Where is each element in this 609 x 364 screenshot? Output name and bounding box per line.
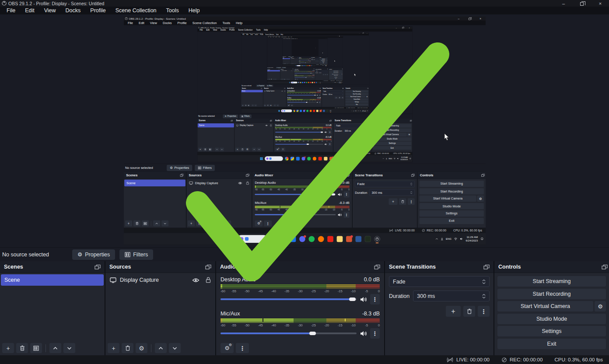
controls-panel: Controls Start Streaming Start Recording… bbox=[319, 57, 327, 64]
source-properties-button[interactable]: ⚙ bbox=[136, 343, 147, 353]
download-icon bbox=[385, 158, 387, 160]
scene-transitions-title: Scene Transitions bbox=[315, 69, 321, 70]
scenes-toolbar: + bbox=[242, 104, 257, 106]
scene-move-down-button[interactable] bbox=[63, 343, 75, 353]
settings-button: Settings bbox=[373, 142, 412, 145]
channel-menu-button[interactable]: ⋮ bbox=[370, 294, 380, 304]
duration-spinbox[interactable]: 300 ms bbox=[413, 290, 490, 301]
channel-menu-button[interactable]: ⋮ bbox=[370, 328, 380, 339]
sources-panel-header[interactable]: Sources bbox=[105, 261, 215, 273]
slider-handle[interactable] bbox=[309, 332, 316, 335]
menu-edit[interactable]: Edit bbox=[20, 7, 39, 14]
mixer-menu-button[interactable]: ⋮ bbox=[236, 343, 249, 353]
menu-view[interactable]: View bbox=[39, 7, 61, 14]
display-capture-icon bbox=[236, 124, 238, 126]
start-streaming-button[interactable]: Start Streaming bbox=[497, 276, 606, 287]
source-move-down-button[interactable] bbox=[169, 343, 181, 353]
volume-slider[interactable] bbox=[220, 298, 357, 300]
audio-mixer-header[interactable]: Audio Mixer bbox=[216, 261, 384, 273]
audio-mixer-title: Audio Mixer bbox=[287, 88, 294, 89]
trash-icon bbox=[467, 308, 472, 314]
add-transition-button[interactable]: + bbox=[446, 306, 461, 317]
remove-scene-button bbox=[133, 220, 140, 227]
scene-transitions-header[interactable]: Scene Transitions bbox=[385, 261, 494, 273]
advanced-audio-button[interactable]: ⚙⚙ bbox=[220, 343, 234, 353]
menu-file[interactable]: File bbox=[2, 7, 20, 14]
speaker-icon bbox=[312, 77, 313, 78]
preview-canvas: OBS 29.1.2 - Profile: Display - Scenes: … bbox=[124, 25, 486, 164]
meter-tick-label: -25 bbox=[311, 323, 316, 327]
transition-menu-button: ⋮ bbox=[327, 74, 328, 75]
preview-video bbox=[292, 39, 318, 56]
remove-source-button[interactable] bbox=[122, 343, 133, 353]
minimize-button[interactable]: – bbox=[561, 1, 566, 6]
start-virtual-camera-button[interactable]: Start Virtual Camera bbox=[497, 301, 593, 312]
volume-meter bbox=[220, 318, 380, 323]
meter-tick-label: -35 bbox=[304, 62, 304, 62]
spin-chevrons-icon[interactable] bbox=[482, 294, 486, 298]
properties-button[interactable]: ⚙ Properties bbox=[72, 249, 115, 260]
channel-name: Desktop Audio bbox=[220, 276, 256, 283]
scene-move-up-button[interactable] bbox=[49, 343, 61, 353]
popout-icon[interactable] bbox=[374, 264, 380, 270]
add-scene-button[interactable]: + bbox=[2, 343, 14, 353]
studio-mode-button[interactable]: Studio Mode bbox=[497, 314, 606, 324]
meter-tick-label: -20 bbox=[324, 289, 329, 293]
remove-transition-button[interactable] bbox=[463, 306, 475, 317]
transition-select[interactable]: Fade bbox=[389, 276, 490, 287]
menu-docks[interactable]: Docks bbox=[61, 7, 86, 14]
system-tray: ENG 11:29 AM 6/24/2023 bbox=[332, 81, 343, 84]
exit-button[interactable]: Exit bbox=[497, 339, 606, 349]
menu-tools[interactable]: Tools bbox=[161, 7, 184, 14]
source-move-up-button[interactable] bbox=[155, 343, 167, 353]
scene-list-item[interactable]: Scene bbox=[1, 274, 104, 286]
display-capture-icon bbox=[189, 181, 193, 185]
scene-filters-button[interactable] bbox=[30, 343, 42, 353]
menu-help[interactable]: Help bbox=[184, 7, 205, 14]
channel-level-db: 0.0 dB bbox=[364, 276, 380, 283]
taskbar-search bbox=[291, 82, 298, 84]
popout-icon[interactable] bbox=[602, 264, 608, 270]
virtual-camera-config-button[interactable]: ⚙ bbox=[595, 301, 606, 312]
slider-handle[interactable] bbox=[349, 298, 356, 301]
restore-button[interactable] bbox=[579, 1, 584, 6]
lock-icon[interactable] bbox=[206, 277, 211, 283]
source-status-text: No source selected bbox=[267, 67, 276, 68]
audio-mixer-title: Audio Mixer bbox=[294, 69, 298, 70]
close-button[interactable]: × bbox=[598, 1, 603, 6]
add-source-button: + bbox=[280, 79, 282, 80]
meter-scale: -60-55-50-45-40-35-30-25-20-15-10-50 bbox=[255, 189, 349, 191]
trash-icon bbox=[339, 97, 340, 98]
source-status-text: No source selected bbox=[124, 166, 167, 169]
menu-scene-collection[interactable]: Scene Collection bbox=[111, 7, 161, 14]
menu-edit: Edit bbox=[204, 29, 211, 32]
meter-tick-label: -55 bbox=[290, 93, 290, 94]
mouse-cursor bbox=[388, 96, 391, 101]
controls-header[interactable]: Controls bbox=[494, 261, 609, 273]
chevron-up-icon bbox=[287, 63, 287, 64]
speaker-icon[interactable] bbox=[360, 331, 368, 336]
scenes-panel-header[interactable]: Scenes bbox=[0, 261, 105, 273]
meter-tick-label: -30 bbox=[301, 189, 303, 191]
volume-slider[interactable] bbox=[220, 332, 357, 334]
popout-icon[interactable] bbox=[94, 264, 101, 270]
popout-icon[interactable] bbox=[205, 264, 211, 270]
menu-profile[interactable]: Profile bbox=[85, 7, 110, 14]
filters-button[interactable]: Filters bbox=[119, 249, 153, 260]
transition-select: Fade bbox=[315, 70, 328, 72]
start-recording-button[interactable]: Start Recording bbox=[497, 289, 606, 299]
remove-scene-button bbox=[245, 104, 247, 106]
slider-handle bbox=[306, 77, 307, 77]
visibility-eye-icon[interactable] bbox=[192, 278, 200, 283]
scene-list-item: Scene bbox=[241, 90, 262, 92]
sources-toolbar: + ⚙ bbox=[264, 104, 279, 106]
add-source-button[interactable]: + bbox=[108, 343, 119, 353]
popout-icon[interactable] bbox=[483, 264, 490, 270]
remove-scene-button[interactable] bbox=[16, 343, 28, 353]
settings-button[interactable]: Settings bbox=[497, 326, 606, 336]
obs-main-window: OBS 29.1.2 - Profile: Display - Scenes: … bbox=[267, 36, 343, 81]
source-list-item[interactable]: Display Capture bbox=[106, 274, 214, 286]
transition-menu-button[interactable]: ⋮ bbox=[478, 306, 490, 317]
speaker-icon[interactable] bbox=[360, 297, 368, 302]
preview-canvas[interactable]: OBS 29.1.2 - Profile: Display - Scenes: … bbox=[0, 14, 609, 247]
